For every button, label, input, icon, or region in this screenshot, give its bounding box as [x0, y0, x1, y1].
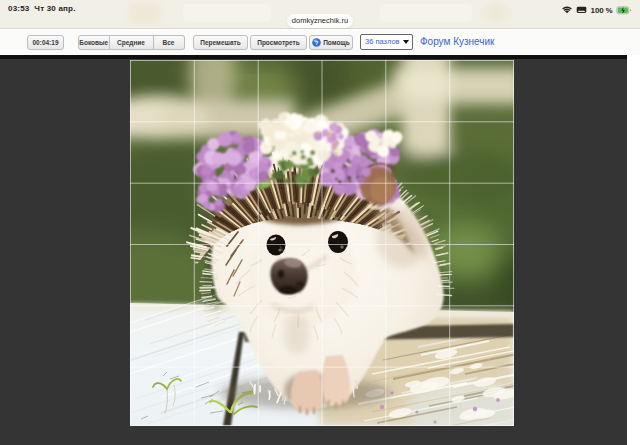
svg-text:?: ?	[315, 40, 319, 46]
